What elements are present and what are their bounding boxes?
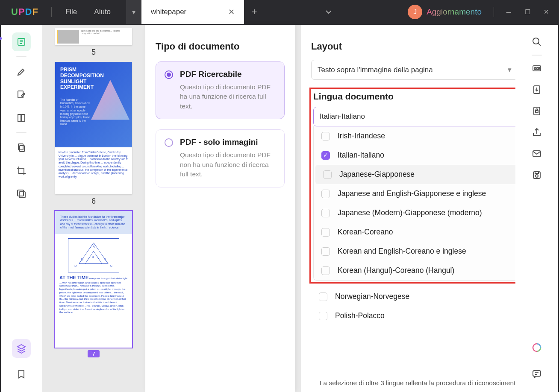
ocr-button[interactable]: OCR <box>527 59 546 78</box>
document-tab[interactable]: whitepaper ✕ <box>141 0 244 24</box>
svg-point-15 <box>533 38 539 44</box>
language-option-japanese-english[interactable]: Japanese and English-Giapponese e ingles… <box>314 184 539 203</box>
highlighter-tool[interactable] <box>12 62 31 81</box>
option-desc: Questo tipo di documento PDF non ha una … <box>180 150 276 179</box>
upgrade-label[interactable]: Aggiornamento <box>427 7 482 17</box>
svg-text:C: C <box>110 264 112 267</box>
svg-rect-7 <box>19 192 25 198</box>
share-button[interactable] <box>527 123 546 142</box>
layers-button[interactable] <box>12 339 31 358</box>
thumbnail-number: 6 <box>91 197 96 206</box>
right-toolbar: OCR <box>515 25 558 392</box>
checkbox-icon <box>321 132 330 140</box>
svg-text:B: B <box>92 255 94 258</box>
language-option-japanese-modern[interactable]: Japanese (Modern)-Giapponese (moderno) <box>314 203 539 222</box>
svg-text:N: N <box>103 257 106 260</box>
svg-rect-2 <box>18 114 21 121</box>
language-option-polish[interactable]: Polish-Polacco <box>311 306 542 325</box>
batch-tool[interactable] <box>12 184 31 203</box>
reader-tool[interactable] <box>12 32 31 51</box>
document-type-panel: Tipo di documento PDF Ricercabile Questo… <box>145 25 295 392</box>
maximize-button[interactable]: ☐ <box>518 8 537 16</box>
option-title: PDF Ricercabile <box>180 70 276 79</box>
center-area: Tipo di documento PDF Ricercabile Questo… <box>145 25 558 392</box>
option-desc: Questo tipo di documento PDF ha una funz… <box>180 82 276 111</box>
svg-text:A: A <box>93 245 95 248</box>
separator <box>16 56 26 57</box>
thumbnail-panel: point is the line and the surface... rat… <box>42 25 145 392</box>
protect-button[interactable] <box>527 102 546 120</box>
workspace: point is the line and the surface... rat… <box>1 25 558 392</box>
checkbox-icon <box>321 151 330 160</box>
language-option-japanese[interactable]: Japanese-Giapponese <box>315 165 538 184</box>
language-option-korean[interactable]: Korean-Coreano <box>314 222 539 242</box>
comment-button[interactable] <box>527 365 546 383</box>
language-option-irish[interactable]: Irish-Irlandese <box>314 126 539 146</box>
bookmark-button[interactable] <box>12 365 31 383</box>
page-tool[interactable] <box>12 108 31 127</box>
page-thumbnail-6[interactable]: PRISM DECOMPOSITION SUNLIGHT EXPERIMENT … <box>55 62 132 194</box>
language-section-highlighted: Lingua documento Italian-Italiano ▼ Iris… <box>309 88 544 284</box>
thumbnail-number: 5 <box>91 48 96 57</box>
language-option-korean-hangul[interactable]: Korean (Hangul)-Coreano (Hangul) <box>314 261 539 280</box>
new-tab-button[interactable]: + <box>244 0 265 24</box>
svg-point-23 <box>535 175 538 177</box>
edit-tool[interactable] <box>12 85 31 104</box>
language-title: Lingua documento <box>313 91 540 102</box>
title-bar: UPDF File Aiuto ▾ whitepaper ✕ + J Aggio… <box>0 0 559 24</box>
left-toolbar <box>1 25 42 392</box>
copy-tool[interactable] <box>12 138 31 157</box>
checkbox-icon <box>319 293 327 301</box>
app-logo: UPDF <box>11 6 38 18</box>
checkbox-icon <box>323 170 332 179</box>
convert-button[interactable] <box>527 80 546 99</box>
language-select[interactable]: Italian-Italiano ▼ <box>313 107 540 126</box>
thumbnail-number-active: 7 <box>88 350 100 357</box>
radio-icon <box>165 70 173 79</box>
svg-rect-6 <box>18 190 24 196</box>
email-button[interactable] <box>527 144 546 163</box>
checkbox-icon <box>321 209 330 217</box>
svg-rect-5 <box>20 146 24 152</box>
page-thumbnail-7[interactable]: These studies laid the foundation for th… <box>55 211 132 348</box>
divider <box>494 7 494 17</box>
language-dropdown-list: Irish-Irlandese Italian-Italiano Japanes… <box>313 126 540 281</box>
option-title: PDF - solo immagini <box>180 137 276 147</box>
tab-title: whitepaper <box>151 8 186 16</box>
panel-title: Tipo di documento <box>156 41 285 52</box>
checkbox-icon <box>321 266 330 275</box>
help-menu[interactable]: Aiuto <box>85 8 119 16</box>
page-thumbnail-5[interactable]: point is the line and the surface... rat… <box>55 28 132 45</box>
tabs-dropdown-icon[interactable] <box>320 7 337 17</box>
doc-type-searchable[interactable]: PDF Ricercabile Questo tipo di documento… <box>156 61 285 119</box>
svg-rect-20 <box>535 111 538 113</box>
file-menu[interactable]: File <box>57 8 85 16</box>
avatar[interactable]: J <box>408 5 422 19</box>
language-option-norwegian[interactable]: Norwegian-Norvegese <box>311 287 542 306</box>
separator <box>16 132 26 133</box>
svg-text:M: M <box>81 257 84 260</box>
language-option-italian[interactable]: Italian-Italiano <box>314 146 539 165</box>
search-button[interactable] <box>527 32 546 51</box>
close-button[interactable]: ✕ <box>537 8 556 16</box>
svg-rect-24 <box>533 371 541 376</box>
radio-icon <box>165 138 173 147</box>
minimize-button[interactable]: ─ <box>499 9 518 16</box>
save-button[interactable] <box>527 166 546 184</box>
warning-message: La selezione di oltre 3 lingue rallenta … <box>308 374 549 392</box>
layout-select[interactable]: Testo sopra l'immagine della pagina ▾ <box>311 60 518 80</box>
svg-text:D: D <box>74 264 76 267</box>
tab-options-icon[interactable]: ▾ <box>126 0 141 24</box>
checkbox-icon <box>321 190 330 198</box>
checkbox-icon <box>319 312 327 320</box>
chevron-down-icon: ▾ <box>508 65 512 74</box>
doc-type-image-only[interactable]: PDF - solo immagini Questo tipo di docum… <box>156 129 285 187</box>
layout-select-value: Testo sopra l'immagine della pagina <box>318 66 433 74</box>
layout-title: Layout <box>311 41 342 52</box>
ai-button[interactable] <box>527 338 546 357</box>
language-option-korean-english[interactable]: Korean and English-Coreano e inglese <box>314 242 539 261</box>
tab-close-icon[interactable]: ✕ <box>228 7 235 17</box>
crop-tool[interactable] <box>12 161 31 180</box>
svg-rect-3 <box>22 114 25 121</box>
divider <box>51 7 52 17</box>
